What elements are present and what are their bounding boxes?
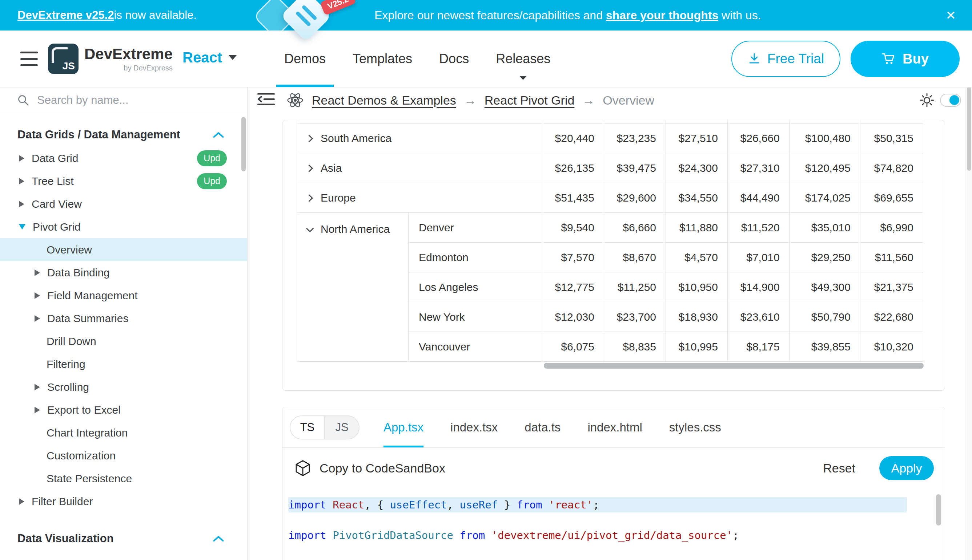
expand-row-icon[interactable]	[305, 194, 313, 202]
collapse-row-icon[interactable]	[306, 225, 314, 232]
sidebar-item-filter-builder[interactable]: Filter Builder	[0, 490, 247, 513]
horizontal-scrollbar[interactable]	[544, 363, 923, 368]
sidebar-item-overview[interactable]: Overview	[0, 238, 247, 261]
sidebar-item-label: Data Summaries	[47, 312, 128, 325]
tab-index-html[interactable]: index.html	[587, 407, 642, 447]
expand-row-icon[interactable]	[305, 135, 313, 142]
region-label: North America	[321, 223, 390, 235]
sidebar-item-label: State Persistence	[47, 472, 132, 485]
sidebar-item-tree-list[interactable]: Tree ListUpd	[0, 170, 247, 192]
sidebar-item-label: Chart Integration	[47, 427, 127, 439]
sidebar-item-scrolling[interactable]: Scrolling	[0, 375, 247, 398]
version-badge: V25.2	[320, 0, 356, 16]
theme-toggle-switch[interactable]	[940, 94, 961, 107]
banner-announcement-suffix: is now available.	[114, 9, 196, 22]
nav-item-templates[interactable]: Templates	[353, 30, 412, 87]
sidebar-item-customization[interactable]: Customization	[0, 444, 247, 467]
nav-item-label: Docs	[439, 51, 469, 67]
pivot-region-cell: Asia	[297, 153, 542, 183]
chevron-right-icon	[19, 201, 24, 207]
hamburger-menu-icon[interactable]	[20, 52, 38, 66]
pivot-city-cell: New York	[408, 302, 542, 332]
pivot-value-cell: $27,310	[728, 153, 790, 183]
pivot-value-cell: $8,175	[728, 332, 790, 362]
chevron-down-icon	[19, 224, 25, 230]
sidebar-item-pivot-grid[interactable]: Pivot Grid	[0, 215, 247, 238]
free-trial-label: Free Trial	[767, 51, 824, 67]
lang-toggle[interactable]: TSJS	[290, 415, 360, 440]
breadcrumb-link[interactable]: React Demos & Examples	[312, 93, 456, 107]
pivot-value-cell: $50,315	[860, 123, 923, 153]
pivot-city-cell: Vancouver	[408, 332, 542, 362]
search-icon	[17, 94, 30, 107]
nav-item-docs[interactable]: Docs	[439, 30, 469, 87]
codesandbox-icon[interactable]	[294, 459, 311, 477]
pivot-value-cell: $4,570	[666, 243, 728, 272]
pivot-value-cell: $11,560	[860, 243, 923, 272]
breadcrumb-separator-icon: →	[464, 93, 477, 107]
nav-item-demos[interactable]: Demos	[284, 30, 326, 87]
sidebar-item-export-to-excel[interactable]: Export to Excel	[0, 398, 247, 421]
pivot-cut-row	[297, 120, 923, 123]
sidebar-item-data-binding[interactable]: Data Binding	[0, 261, 247, 284]
demo-preview: South America$20,440$23,235$27,510$26,66…	[282, 120, 945, 391]
sidebar-item-drill-down[interactable]: Drill Down	[0, 330, 247, 353]
pivot-value-cell: $23,700	[604, 302, 666, 332]
free-trial-button[interactable]: Free Trial	[731, 41, 840, 77]
nav-item-label: Templates	[353, 51, 412, 67]
pivot-cell	[297, 120, 542, 123]
tab-app-tsx[interactable]: App.tsx	[383, 407, 423, 447]
expand-row-icon[interactable]	[305, 165, 313, 172]
banner-announcement: DevExtreme v25.2 is now available.	[17, 0, 197, 30]
sidebar-item-state-persistence[interactable]: State Persistence	[0, 467, 247, 490]
code-lines: import React, { useEffect, useRef } from…	[288, 497, 945, 560]
chevron-right-icon	[35, 270, 40, 276]
chevron-right-icon	[35, 407, 40, 413]
pivot-value-cell: $6,075	[542, 332, 604, 362]
pivot-row: South America$20,440$23,235$27,510$26,66…	[297, 123, 923, 153]
sidebar-item-card-view[interactable]: Card View	[0, 192, 247, 215]
code-vertical-scrollbar[interactable]	[936, 494, 941, 525]
tab-index-tsx[interactable]: index.tsx	[450, 407, 498, 447]
reset-button[interactable]: Reset	[823, 461, 855, 475]
pivot-value-cell: $7,010	[728, 243, 790, 272]
banner-version-link[interactable]: DevExtreme v25.2	[17, 9, 114, 22]
nav-item-releases[interactable]: Releases	[496, 30, 550, 87]
region-label: Asia	[321, 162, 342, 174]
sidebar-item-filtering[interactable]: Filtering	[0, 353, 247, 375]
tab-data-ts[interactable]: data.ts	[525, 407, 560, 447]
pivot-value-cell: $18,930	[666, 302, 728, 332]
sidebar-item-field-management[interactable]: Field Management	[0, 284, 247, 307]
light-theme-icon[interactable]	[920, 93, 934, 107]
search-input[interactable]	[37, 94, 212, 107]
section-data-grids[interactable]: Data Grids / Data Management	[0, 123, 247, 147]
breadcrumb: React Demos & Examples→React Pivot Grid→…	[286, 87, 654, 113]
sidebar-item-label: Card View	[32, 198, 82, 210]
code-line: import Chart, {	[288, 558, 945, 560]
framework-selector[interactable]: React	[182, 49, 237, 66]
buy-button[interactable]: Buy	[851, 41, 960, 77]
copy-to-codesandbox-link[interactable]: Copy to CodeSandBox	[320, 461, 445, 475]
pivot-value-cell: $50,790	[790, 302, 860, 332]
devextreme-logo[interactable]: JS	[48, 43, 79, 74]
banner-message-pre: Explore our newest features/capabilities…	[375, 9, 606, 22]
upd-badge: Upd	[197, 150, 227, 166]
tab-styles-css[interactable]: styles.css	[669, 407, 721, 447]
pivot-value-cell: $27,510	[666, 123, 728, 153]
sidebar-item-chart-integration[interactable]: Chart Integration	[0, 421, 247, 444]
pivot-value-cell: $22,680	[860, 302, 923, 332]
sidebar-item-data-grid[interactable]: Data GridUpd	[0, 147, 247, 170]
sidebar-item-data-summaries[interactable]: Data Summaries	[0, 307, 247, 330]
section-data-visualization[interactable]: Data Visualization	[0, 527, 247, 550]
pivot-grid: South America$20,440$23,235$27,510$26,66…	[297, 120, 923, 362]
lang-option-js[interactable]: JS	[324, 416, 359, 439]
pivot-value-cell: $10,320	[860, 332, 923, 362]
collapse-sidebar-icon[interactable]	[257, 92, 277, 109]
share-thoughts-link[interactable]: share your thoughts	[606, 9, 718, 22]
code-editor[interactable]: import React, { useEffect, useRef } from…	[283, 488, 945, 560]
banner-close-icon[interactable]: ✕	[946, 0, 956, 30]
breadcrumb-link[interactable]: React Pivot Grid	[485, 93, 575, 107]
sidebar-item-label: Customization	[47, 450, 115, 462]
lang-option-ts[interactable]: TS	[290, 416, 324, 439]
apply-button[interactable]: Apply	[879, 456, 934, 480]
